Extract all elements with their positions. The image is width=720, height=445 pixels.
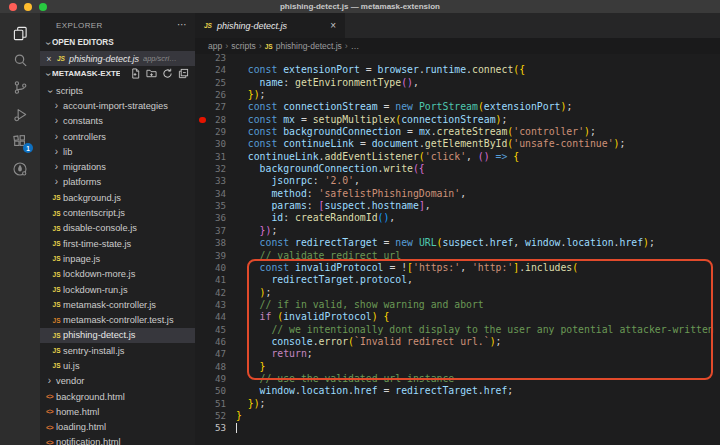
refresh-icon[interactable]	[162, 68, 173, 79]
open-editors-section[interactable]: › OPEN EDITORS	[40, 34, 195, 51]
tree-item-account-import-strategies[interactable]: ›account-import-strategies	[40, 98, 195, 113]
code-line[interactable]: 46 console.error(`Invalid redirect url.`…	[195, 336, 720, 348]
explorer-more-icon[interactable]: ⋯	[177, 22, 187, 28]
line-number[interactable]: 42	[195, 287, 236, 299]
code-line[interactable]: 29 const backgroundConnection = mx.creat…	[195, 126, 720, 138]
zoom-window-button[interactable]	[39, 3, 47, 11]
code-line[interactable]: 50 window.location.href = redirectTarget…	[195, 385, 720, 397]
breakpoint-icon[interactable]	[199, 117, 206, 124]
tree-item-disable-console-js[interactable]: JSdisable-console.js	[40, 221, 195, 236]
code-area[interactable]: 2324 const extensionPort = browser.runti…	[195, 54, 720, 445]
tree-item-inpage-js[interactable]: JSinpage.js	[40, 251, 195, 266]
line-number[interactable]: 29	[195, 126, 236, 138]
code-line[interactable]: 24 const extensionPort = browser.runtime…	[195, 64, 720, 76]
code-line[interactable]: 47 return;	[195, 348, 720, 360]
code-line[interactable]: 52}	[195, 410, 720, 422]
code-line[interactable]: 41 redirectTarget.protocol,	[195, 274, 720, 286]
code-line[interactable]: 38 const redirectTarget = new URL(suspec…	[195, 237, 720, 249]
code-line[interactable]: 30 const continueLink = document.getElem…	[195, 138, 720, 150]
close-window-button[interactable]	[9, 3, 17, 11]
line-number[interactable]: 30	[195, 138, 236, 150]
line-number[interactable]: 46	[195, 336, 236, 348]
line-number[interactable]: 43	[195, 299, 236, 311]
tree-item-migrations[interactable]: ›migrations	[40, 159, 195, 174]
close-editor-icon[interactable]: ×	[45, 54, 53, 64]
line-number[interactable]: 36	[195, 212, 236, 224]
line-number[interactable]: 33	[195, 175, 236, 187]
line-number[interactable]: 27	[195, 101, 236, 113]
new-folder-icon[interactable]	[146, 68, 157, 79]
tree-item-background-html[interactable]: <>background.html	[40, 389, 195, 404]
code-line[interactable]: 25 name: getEnvironmentType(),	[195, 77, 720, 89]
breadcrumb-item[interactable]: …	[351, 41, 360, 51]
line-number[interactable]: 38	[195, 237, 236, 249]
code-line[interactable]: 35 params: [suspect.hostname],	[195, 200, 720, 212]
tree-item-sentry-install-js[interactable]: JSsentry-install.js	[40, 343, 195, 358]
code-line[interactable]: 44 if (invalidProtocol) {	[195, 311, 720, 323]
line-number[interactable]: 51	[195, 398, 236, 410]
breadcrumb-item[interactable]: app	[208, 41, 222, 51]
code-line[interactable]: 37 });	[195, 225, 720, 237]
collapse-all-icon[interactable]	[178, 68, 189, 79]
code-line[interactable]: 27 const connectionStream = new PortStre…	[195, 101, 720, 113]
explorer-icon[interactable]	[0, 20, 40, 47]
code-line[interactable]: 53	[195, 422, 720, 434]
line-number[interactable]: 32	[195, 163, 236, 175]
line-number[interactable]: 23	[195, 54, 236, 64]
tree-item-phishing-detect-js[interactable]: JSphishing-detect.js	[40, 328, 195, 343]
tree-item-lockdown-more-js[interactable]: JSlockdown-more.js	[40, 267, 195, 282]
open-editor-item[interactable]: × JS phishing-detect.js app/scri…	[40, 51, 195, 66]
line-number[interactable]: 45	[195, 324, 236, 336]
line-number[interactable]: 34	[195, 188, 236, 200]
tree-item-lib[interactable]: ›lib	[40, 144, 195, 159]
line-number[interactable]: 24	[195, 64, 236, 76]
tree-item-loading-html[interactable]: <>loading.html	[40, 420, 195, 435]
tree-item-home-html[interactable]: <>home.html	[40, 404, 195, 419]
code-line[interactable]: 48 }	[195, 361, 720, 373]
workspace-section[interactable]: › METAMASK-EXTENS…	[40, 66, 195, 81]
tree-item-platforms[interactable]: ›platforms	[40, 175, 195, 190]
line-number[interactable]: 48	[195, 361, 236, 373]
code-line[interactable]: 43 // if in valid, show warning and abor…	[195, 299, 720, 311]
tree-item-constants[interactable]: ›constants	[40, 114, 195, 129]
line-number[interactable]: 44	[195, 311, 236, 323]
code-line[interactable]: 51 });	[195, 398, 720, 410]
code-line[interactable]: 36 id: createRandomId(),	[195, 212, 720, 224]
tree-item-metamask-controller-test-js[interactable]: JSmetamask-controller.test.js	[40, 312, 195, 327]
line-number[interactable]: 49	[195, 373, 236, 385]
line-number[interactable]: 31	[195, 151, 236, 163]
line-number[interactable]: 25	[195, 77, 236, 89]
line-number[interactable]: 39	[195, 250, 236, 262]
breadcrumb[interactable]: app›scripts›JSphishing-detect.js›…	[195, 38, 720, 54]
code-line[interactable]: 31 continueLink.addEventListener('click'…	[195, 151, 720, 163]
run-and-debug-icon[interactable]	[0, 101, 40, 128]
extensions-icon[interactable]: 1	[0, 128, 40, 155]
breadcrumb-item[interactable]: scripts	[231, 41, 256, 51]
tree-item-ui-js[interactable]: JSui.js	[40, 358, 195, 373]
tree-item-scripts[interactable]: ›scripts	[40, 83, 195, 98]
code-line[interactable]: 49 // use the validated url instance	[195, 373, 720, 385]
tree-item-notification-html[interactable]: <>notification.html	[40, 435, 195, 445]
minimize-window-button[interactable]	[24, 3, 32, 11]
code-line[interactable]: 26 });	[195, 89, 720, 101]
line-number[interactable]: 50	[195, 385, 236, 397]
tree-item-metamask-controller-js[interactable]: JSmetamask-controller.js	[40, 297, 195, 312]
line-number[interactable]: 28	[195, 114, 236, 126]
tree-item-lockdown-run-js[interactable]: JSlockdown-run.js	[40, 282, 195, 297]
line-number[interactable]: 47	[195, 348, 236, 360]
search-icon[interactable]	[0, 47, 40, 74]
code-line[interactable]: 42 );	[195, 287, 720, 299]
line-number[interactable]: 37	[195, 225, 236, 237]
line-number[interactable]: 53	[195, 422, 236, 434]
code-line[interactable]: 28 const mx = setupMultiplex(connectionS…	[195, 114, 720, 126]
tree-item-first-time-state-js[interactable]: JSfirst-time-state.js	[40, 236, 195, 251]
tree-item-contentscript-js[interactable]: JScontentscript.js	[40, 205, 195, 220]
line-number[interactable]: 40	[195, 262, 236, 274]
close-tab-icon[interactable]: ×	[330, 20, 336, 31]
line-number[interactable]: 52	[195, 410, 236, 422]
code-line[interactable]: 40 const invalidProtocol = !['https:', '…	[195, 262, 720, 274]
line-number[interactable]: 35	[195, 200, 236, 212]
extension-circle-icon[interactable]	[0, 155, 40, 182]
breadcrumb-item[interactable]: phishing-detect.js	[276, 41, 342, 51]
source-control-icon[interactable]	[0, 74, 40, 101]
